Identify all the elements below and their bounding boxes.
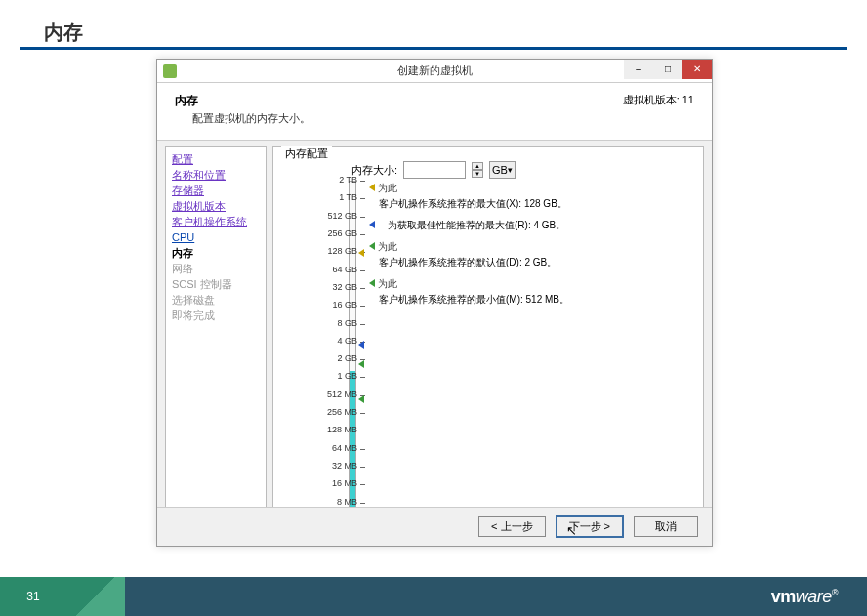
wizard-sidebar: 配置名称和位置存储器虚拟机版本客户机操作系统CPU内存网络SCSI 控制器选择磁… (165, 146, 267, 525)
tick-label: 256 MB (303, 407, 357, 417)
tick-mark (360, 217, 365, 218)
slide-footer: 31 vmware® (0, 577, 867, 616)
wizard-body: 配置名称和位置存储器虚拟机版本客户机操作系统CPU内存网络SCSI 控制器选择磁… (157, 141, 712, 531)
memory-config-title: 内存配置 (281, 146, 332, 161)
sidebar-item[interactable]: 客户机操作系统 (172, 214, 260, 229)
sidebar-item[interactable]: 虚拟机版本 (172, 198, 260, 214)
recommendation-item: 为获取最佳性能推荐的最大值(R): 4 GB。 (369, 218, 569, 233)
footer-decoration (66, 577, 125, 616)
tick-label: 16 GB (303, 300, 357, 309)
slider-marker-blue-icon (358, 341, 367, 350)
slider-marker-green-icon (358, 395, 367, 405)
vmware-logo: vmware® (771, 587, 838, 607)
cancel-button[interactable]: 取消 (634, 516, 698, 537)
wizard-step-title: 内存 (175, 93, 694, 109)
triangle-green-icon (369, 242, 375, 250)
recommendation-item: 为此客户机操作系统推荐的最小值(M): 512 MB。 (369, 276, 569, 308)
memory-recommendations: 为此客户机操作系统推荐的最大值(X): 128 GB。为获取最佳性能推荐的最大值… (369, 181, 569, 313)
sidebar-item[interactable]: 名称和位置 (172, 167, 260, 183)
wizard-footer: < 上一步 下一步 > 取消 ↖ (157, 507, 712, 546)
titlebar: 创建新的虚拟机 – □ ✕ (157, 60, 712, 83)
memory-slider[interactable]: 2 TB1 TB512 GB256 GB128 GB64 GB32 GB16 G… (287, 177, 357, 526)
wizard-main: 内存配置 内存大小: ▲ ▼ GB 2 TB1 TB512 GB256 GB12… (272, 146, 704, 525)
tick-mark (360, 467, 365, 468)
rec-body: 客户机操作系统推荐的最大值(X): 128 GB。 (379, 198, 567, 209)
tick-label: 32 GB (303, 282, 357, 292)
rec-head: 为此 (378, 241, 397, 252)
rec-body: 为获取最佳性能推荐的最大值(R): 4 GB。 (388, 220, 565, 230)
window-title: 创建新的虚拟机 (397, 63, 473, 78)
rec-head: 为此 (378, 278, 397, 289)
cursor-icon: ↖ (566, 523, 577, 538)
tick-label: 1 GB (303, 371, 357, 381)
minimize-button[interactable]: – (624, 60, 653, 79)
wizard-header: 内存 配置虚拟机的内存大小。 虚拟机版本: 11 (157, 83, 712, 141)
tick-label: 256 GB (303, 228, 357, 238)
rec-body: 客户机操作系统推荐的最小值(M): 512 MB。 (379, 294, 569, 305)
sidebar-item[interactable]: 内存 (172, 245, 260, 261)
sidebar-item: 即将完成 (172, 308, 260, 323)
tick-mark (360, 306, 365, 307)
tick-label: 64 MB (303, 443, 357, 453)
tick-mark (360, 198, 365, 199)
vm-version-label: 虚拟机版本: 11 (623, 93, 694, 107)
tick-mark (360, 484, 365, 485)
sidebar-item[interactable]: CPU (172, 229, 260, 245)
maximize-button[interactable]: □ (653, 60, 682, 79)
tick-label: 16 MB (303, 478, 357, 488)
tick-mark (360, 449, 365, 450)
tick-label: 2 GB (303, 353, 357, 363)
sidebar-item: 选择磁盘 (172, 292, 260, 308)
tick-label: 64 GB (303, 265, 357, 274)
tick-mark (360, 288, 365, 289)
wizard-step-subtitle: 配置虚拟机的内存大小。 (192, 111, 694, 126)
recommendation-item: 为此客户机操作系统推荐的默认值(D): 2 GB。 (369, 239, 569, 270)
tick-label: 512 GB (303, 211, 357, 221)
tick-mark (360, 270, 365, 271)
rec-head: 为此 (378, 183, 397, 193)
window-controls: – □ ✕ (624, 60, 712, 79)
rec-body: 客户机操作系统推荐的默认值(D): 2 GB。 (379, 257, 557, 267)
slide-underline (20, 47, 847, 50)
tick-label: 8 MB (303, 497, 357, 507)
memory-size-row: 内存大小: ▲ ▼ GB (351, 161, 693, 179)
triangle-green-icon (369, 279, 375, 287)
tick-label: 4 GB (303, 336, 357, 346)
tick-mark (360, 377, 365, 378)
tick-label: 128 MB (303, 425, 357, 434)
slider-marker-green-icon (358, 360, 367, 370)
tick-mark (360, 413, 365, 414)
tick-label: 8 GB (303, 318, 357, 328)
back-button[interactable]: < 上一步 (478, 516, 545, 537)
spinner-up[interactable]: ▲ (472, 162, 483, 170)
slide-title: 内存 (44, 20, 83, 46)
page-number: 31 (0, 577, 66, 616)
sidebar-item: SCSI 控制器 (172, 276, 260, 292)
tick-mark (360, 503, 365, 504)
tick-label: 512 MB (303, 390, 357, 399)
sidebar-item[interactable]: 配置 (172, 151, 260, 167)
app-icon (163, 64, 177, 78)
recommendation-item: 为此客户机操作系统推荐的最大值(X): 128 GB。 (369, 181, 569, 212)
triangle-blue-icon (369, 221, 375, 228)
triangle-yellow-icon (369, 184, 375, 191)
sidebar-item[interactable]: 存储器 (172, 183, 260, 198)
tick-label: 2 TB (303, 175, 357, 185)
sidebar-item: 网络 (172, 261, 260, 276)
tick-mark (360, 324, 365, 325)
unit-select[interactable]: GB (489, 161, 516, 179)
tick-mark (360, 431, 365, 431)
memory-size-input[interactable] (403, 161, 466, 179)
tick-mark (360, 181, 365, 182)
tick-label: 32 MB (303, 461, 357, 471)
tick-mark (360, 234, 365, 235)
memory-size-label: 内存大小: (351, 163, 397, 178)
wizard-window: 创建新的虚拟机 – □ ✕ 内存 配置虚拟机的内存大小。 虚拟机版本: 11 配… (156, 59, 713, 547)
close-button[interactable]: ✕ (682, 60, 712, 79)
tick-label: 128 GB (303, 246, 357, 256)
tick-label: 1 TB (303, 192, 357, 202)
slider-marker-yellow-icon (358, 249, 367, 259)
spinner-down[interactable]: ▼ (472, 170, 483, 178)
